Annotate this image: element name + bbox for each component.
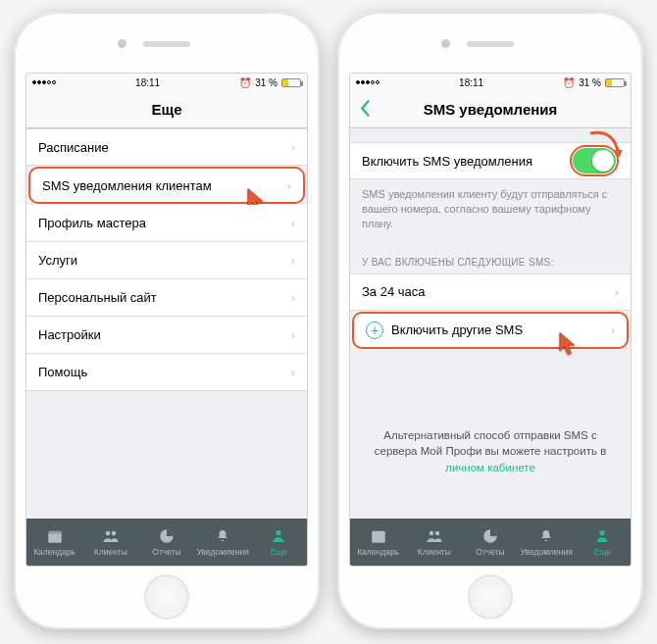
screen-left: 18:11 ⏰ 31 % Еще Расписание › SMS уведом…	[25, 73, 308, 567]
menu-item-label: Профиль мастера	[38, 216, 146, 230]
sms-settings-content: Включить SMS уведомления SMS уведомления…	[350, 128, 631, 519]
menu-item-personal-site[interactable]: Персональный сайт ›	[26, 279, 307, 317]
svg-point-3	[112, 531, 117, 536]
tab-label: Еще	[271, 547, 287, 557]
menu-item-sms-notifications[interactable]: SMS уведомления клиентам ›	[28, 167, 305, 204]
signal-dots	[32, 80, 56, 84]
menu-list: Расписание › SMS уведомления клиентам › …	[26, 128, 307, 519]
status-right: ⏰ 31 %	[563, 77, 625, 88]
camera-dot	[441, 39, 450, 48]
chevron-right-icon: ›	[291, 365, 295, 379]
tab-label: Отчеты	[476, 547, 504, 557]
sms-timing-row[interactable]: За 24 часа ›	[350, 273, 631, 311]
tab-label: Клиенты	[94, 547, 127, 557]
calendar-icon	[369, 527, 388, 545]
chevron-right-icon: ›	[287, 178, 291, 193]
svg-rect-1	[48, 531, 62, 534]
menu-item-label: Персональный сайт	[38, 290, 157, 305]
tab-reports[interactable]: Отчеты	[138, 519, 194, 566]
tab-clients[interactable]: Клиенты	[406, 519, 462, 566]
speaker-slot	[467, 41, 514, 47]
battery-percent: 31 %	[579, 77, 601, 88]
status-bar: 18:11 ⏰ 31 %	[26, 74, 307, 91]
nav-header: Еще	[26, 91, 307, 128]
add-other-sms-row[interactable]: + Включить другие SMS ›	[352, 312, 629, 349]
more-icon	[269, 527, 288, 545]
svg-point-8	[435, 531, 440, 536]
tab-label: Календарь	[33, 547, 76, 557]
clients-icon	[425, 527, 444, 545]
menu-item-label: Помощь	[38, 365, 87, 379]
tab-reports[interactable]: Отчеты	[462, 519, 518, 566]
tab-notifications[interactable]: Уведомления	[519, 519, 575, 566]
screen-right: 18:11 ⏰ 31 % SMS уведомления Включить SM…	[349, 73, 632, 567]
home-button[interactable]	[144, 574, 189, 619]
signal-dots	[356, 80, 379, 84]
home-button[interactable]	[468, 574, 513, 619]
svg-point-2	[106, 531, 111, 536]
camera-dot	[118, 39, 126, 48]
menu-item-services[interactable]: Услуги ›	[26, 242, 307, 279]
tab-label: Уведомления	[521, 547, 573, 557]
plus-circle-icon: +	[366, 322, 383, 339]
menu-item-settings[interactable]: Настройки ›	[26, 317, 307, 354]
alarm-icon: ⏰	[239, 77, 251, 88]
tab-label: Уведомления	[197, 547, 249, 557]
status-bar: 18:11 ⏰ 31 %	[350, 74, 631, 91]
toggle-label: Включить SMS уведомления	[362, 154, 532, 169]
sms-note: SMS уведомления клиенту будут отправлять…	[350, 179, 631, 243]
menu-item-label: SMS уведомления клиентам	[42, 178, 212, 193]
battery-icon	[605, 78, 625, 87]
back-button[interactable]	[358, 99, 372, 120]
pointer-cursor-icon	[554, 330, 581, 358]
svg-point-10	[600, 530, 605, 535]
tab-bar: Календарь Клиенты Отчеты Уведомления Еще	[26, 519, 307, 566]
svg-rect-6	[372, 531, 385, 543]
sms-timing-label: За 24 часа	[362, 284, 426, 299]
status-time: 18:11	[459, 77, 483, 88]
phone-right: 18:11 ⏰ 31 % SMS уведомления Включить SM…	[337, 12, 643, 629]
tab-notifications[interactable]: Уведомления	[195, 519, 251, 566]
notifications-icon	[536, 527, 556, 545]
tab-label: Отчеты	[152, 547, 180, 557]
active-sms-header: У ВАС ВКЛЮЧЕНЫ СЛЕДУЮЩИЕ SMS:	[350, 243, 631, 273]
alarm-icon: ⏰	[563, 77, 575, 88]
status-left	[356, 80, 379, 84]
chevron-right-icon: ›	[615, 284, 619, 299]
chevron-right-icon: ›	[291, 327, 295, 342]
nav-header: SMS уведомления	[350, 91, 631, 128]
menu-item-label: Настройки	[38, 327, 101, 342]
svg-point-7	[430, 531, 434, 536]
menu-item-help[interactable]: Помощь ›	[26, 354, 307, 391]
phone-left: 18:11 ⏰ 31 % Еще Расписание › SMS уведом…	[14, 12, 320, 629]
battery-percent: 31 %	[255, 77, 278, 88]
add-other-sms-label: Включить другие SMS	[391, 322, 523, 337]
menu-item-label: Расписание	[38, 140, 109, 155]
svg-point-5	[277, 530, 281, 535]
chevron-right-icon: ›	[611, 322, 615, 337]
notifications-icon	[213, 527, 232, 545]
page-title: SMS уведомления	[424, 101, 558, 118]
menu-item-master-profile[interactable]: Профиль мастера ›	[26, 205, 307, 242]
speaker-slot	[143, 41, 190, 47]
tab-bar: Календарь Клиенты Отчеты Уведомления Еще	[350, 519, 631, 566]
status-right: ⏰ 31 %	[239, 77, 301, 88]
status-time: 18:11	[135, 77, 160, 88]
chevron-right-icon: ›	[291, 253, 295, 268]
tab-more[interactable]: Еще	[251, 519, 307, 566]
clients-icon	[101, 527, 121, 545]
calendar-icon	[45, 527, 65, 545]
menu-item-label: Услуги	[38, 253, 77, 268]
chevron-right-icon: ›	[291, 216, 295, 230]
tab-calendar[interactable]: Календарь	[26, 519, 82, 566]
reports-icon	[157, 527, 177, 545]
menu-item-schedule[interactable]: Расписание ›	[26, 128, 307, 166]
tab-label: Клиенты	[418, 547, 451, 557]
tab-calendar[interactable]: Календарь	[350, 519, 406, 566]
personal-cabinet-link[interactable]: личном кабинете	[445, 462, 535, 473]
alternative-note: Альтернативный способ отправки SMS с сер…	[350, 408, 631, 496]
tab-more[interactable]: Еще	[575, 519, 631, 566]
tab-clients[interactable]: Клиенты	[82, 519, 138, 566]
battery-icon	[281, 78, 301, 87]
annotation-arrow-icon	[585, 128, 625, 168]
